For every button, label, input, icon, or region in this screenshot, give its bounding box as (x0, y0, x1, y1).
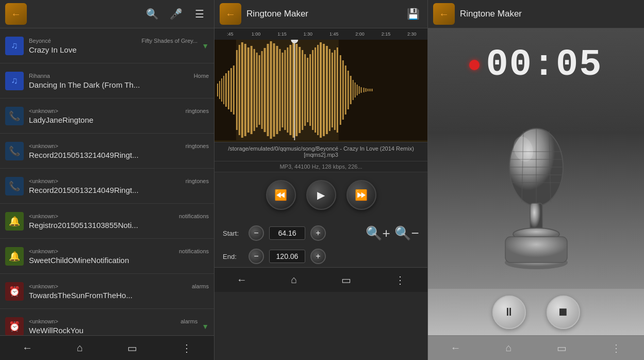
panel-recorder: ← Ringtone Maker 00:05 (428, 0, 644, 360)
nav-home-2[interactable]: ⌂ (287, 270, 301, 290)
timeline-mark: 2:30 (399, 31, 425, 37)
search-icon[interactable]: 🔍 (143, 5, 161, 23)
song-info: <unknown>alarmsTowardsTheSunFromTheHo... (29, 283, 209, 300)
timeline: :451:001:151:301:452:002:152:30 (214, 28, 427, 40)
svg-rect-53 (357, 85, 358, 95)
list-item[interactable]: 📞<unknown>ringtonesRecord20150513214049R… (0, 169, 214, 204)
svg-rect-59 (370, 89, 371, 91)
nav-home-3[interactable]: ⌂ (501, 338, 516, 358)
list-item[interactable]: 🔔<unknown>notificationsRegistro201505131… (0, 204, 214, 239)
timeline-mark: 2:00 (347, 31, 373, 37)
play-button[interactable]: ▶ (306, 180, 336, 210)
list-item[interactable]: 📞<unknown>ringtonesLadyJaneRingtone (0, 99, 214, 134)
start-plus[interactable]: + (310, 225, 326, 241)
list-item[interactable]: 📞<unknown>ringtonesRecord20150513214049R… (0, 134, 214, 169)
pause-button[interactable]: ⏸ (492, 296, 526, 329)
song-info: <unknown>ringtonesRecord20150513214049Ri… (29, 178, 209, 194)
nav-back-2[interactable]: ← (233, 270, 251, 290)
song-meta: <unknown>notifications (29, 248, 209, 254)
song-album: alarms (180, 318, 197, 324)
song-artist: <unknown> (29, 213, 58, 219)
song-meta: <unknown>alarms (29, 318, 197, 324)
list-item[interactable]: ⏰<unknown>alarmsWeWillRockYou▼ (0, 309, 214, 335)
waveform-svg[interactable] (214, 40, 427, 140)
nav-more-1[interactable]: ⋮ (177, 338, 196, 358)
menu-icon[interactable]: ☰ (190, 5, 209, 23)
list-item[interactable]: ⏰<unknown>alarmsTowardsTheSunFromTheHo..… (0, 274, 214, 309)
nav-recent-1[interactable]: ▭ (123, 338, 141, 358)
svg-rect-57 (366, 88, 367, 92)
song-type-icon: 📞 (5, 107, 24, 125)
rewind-button[interactable]: ⏪ (266, 180, 296, 210)
song-info: <unknown>notificationsRegistro2015051310… (29, 213, 209, 230)
song-artist: Rihanna (29, 73, 50, 79)
stop-button[interactable]: ⏹ (547, 296, 580, 329)
panel2-title: Ringtone Maker (246, 9, 399, 19)
song-title: Dancing In The Dark (From Th... (29, 80, 209, 89)
bottom-nav-2: ← ⌂ ▭ ⋮ (214, 267, 427, 292)
nav-more-3[interactable]: ⋮ (607, 338, 625, 358)
song-title: WeWillRockYou (29, 326, 197, 335)
list-item[interactable]: 🔔<unknown>notificationsSweetChildOMineNo… (0, 239, 214, 274)
song-type-icon: 📞 (5, 142, 24, 160)
nav-back-1[interactable]: ← (18, 338, 37, 358)
zoom-controls: 🔍+ 🔍− (366, 221, 419, 246)
bottom-nav-1: ← ⌂ ▭ ⋮ (0, 335, 214, 360)
waveform-container: :451:001:151:301:452:002:152:30 (214, 28, 427, 142)
svg-rect-48 (345, 66, 346, 114)
list-item[interactable]: ♫RihannaHomeDancing In The Dark (From Th… (0, 63, 214, 99)
song-artist: <unknown> (29, 108, 58, 114)
end-minus[interactable]: − (249, 249, 264, 264)
nav-home-1[interactable]: ⌂ (73, 338, 87, 358)
end-value-input[interactable] (269, 250, 305, 263)
song-title: Record20150513214049Ringt... (29, 186, 209, 194)
file-path: /storage/emulated/0/qqmusic/song/Beyoncé… (214, 142, 427, 161)
song-meta: <unknown>ringtones (29, 143, 209, 149)
nav-recent-3[interactable]: ▭ (553, 338, 571, 358)
back-button-3[interactable]: ← (433, 3, 455, 25)
svg-rect-55 (361, 87, 362, 93)
timeline-mark: :45 (217, 31, 243, 37)
forward-button[interactable]: ⏩ (346, 180, 376, 210)
start-range-row: Start: − + 🔍+ 🔍− (223, 221, 419, 246)
song-album: ringtones (186, 108, 209, 114)
zoom-in-icon[interactable]: 🔍+ (366, 221, 390, 246)
start-value-input[interactable] (269, 226, 305, 240)
mic-icon[interactable]: 🎤 (167, 5, 185, 23)
svg-rect-58 (368, 89, 369, 91)
song-meta: RihannaHome (29, 73, 209, 79)
nav-more-2[interactable]: ⋮ (391, 270, 409, 290)
svg-rect-56 (364, 88, 365, 92)
microphone-container (485, 107, 588, 289)
song-album: Home (194, 73, 209, 79)
song-artist: <unknown> (29, 283, 58, 289)
back-button-2[interactable]: ← (220, 3, 241, 25)
song-info: <unknown>alarmsWeWillRockYou (29, 318, 197, 335)
save-icon[interactable]: 💾 (404, 5, 422, 23)
end-range-row: End: − + (223, 249, 419, 264)
song-type-icon: 📞 (5, 177, 24, 195)
zoom-out-icon[interactable]: 🔍− (394, 221, 419, 246)
panel-song-list: ← 🔍 🎤 ☰ ♫BeyoncéFifty Shades of Grey...C… (0, 0, 214, 360)
svg-rect-5 (225, 73, 227, 107)
song-info: RihannaHomeDancing In The Dark (From Th.… (29, 73, 209, 89)
end-plus[interactable]: + (310, 249, 326, 264)
song-album: Fifty Shades of Grey... (142, 38, 198, 44)
svg-rect-62 (294, 40, 295, 140)
start-minus[interactable]: − (249, 225, 264, 241)
back-button[interactable]: ← (5, 3, 27, 25)
song-info: BeyoncéFifty Shades of Grey...Crazy In L… (29, 38, 197, 54)
nav-back-3[interactable]: ← (446, 338, 465, 358)
song-artist: <unknown> (29, 318, 58, 324)
svg-rect-4 (223, 76, 224, 104)
nav-recent-2[interactable]: ▭ (337, 270, 355, 290)
svg-rect-46 (340, 55, 341, 125)
start-label: Start: (223, 230, 243, 237)
svg-rect-54 (359, 86, 360, 94)
svg-rect-6 (228, 71, 229, 109)
microphone-icon (485, 126, 588, 270)
list-item[interactable]: ♫BeyoncéFifty Shades of Grey...Crazy In … (0, 28, 214, 63)
panel2-toolbar: ← Ringtone Maker 💾 (214, 0, 427, 28)
panel-ringtone-maker: ← Ringtone Maker 💾 :451:001:151:301:452:… (214, 0, 428, 360)
timeline-mark: 1:15 (269, 31, 295, 37)
